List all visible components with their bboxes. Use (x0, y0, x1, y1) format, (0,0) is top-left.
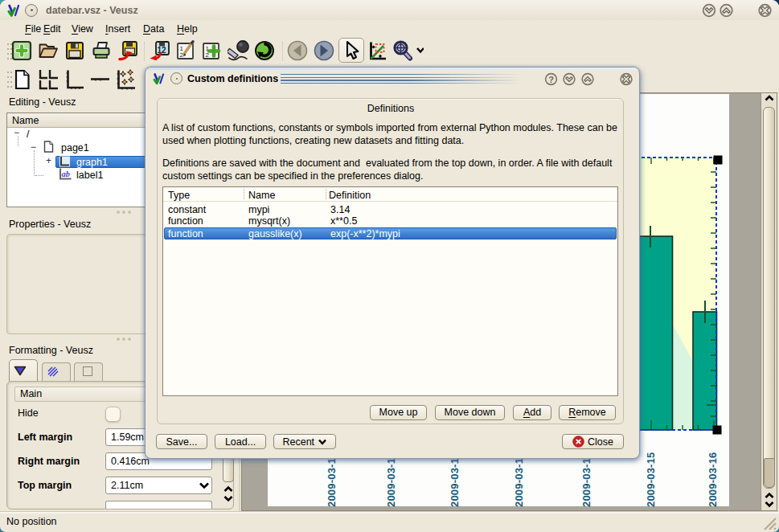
svg-text:ab: ab (62, 170, 71, 178)
svg-text:?: ? (548, 75, 554, 84)
svg-text:2: 2 (180, 51, 184, 59)
